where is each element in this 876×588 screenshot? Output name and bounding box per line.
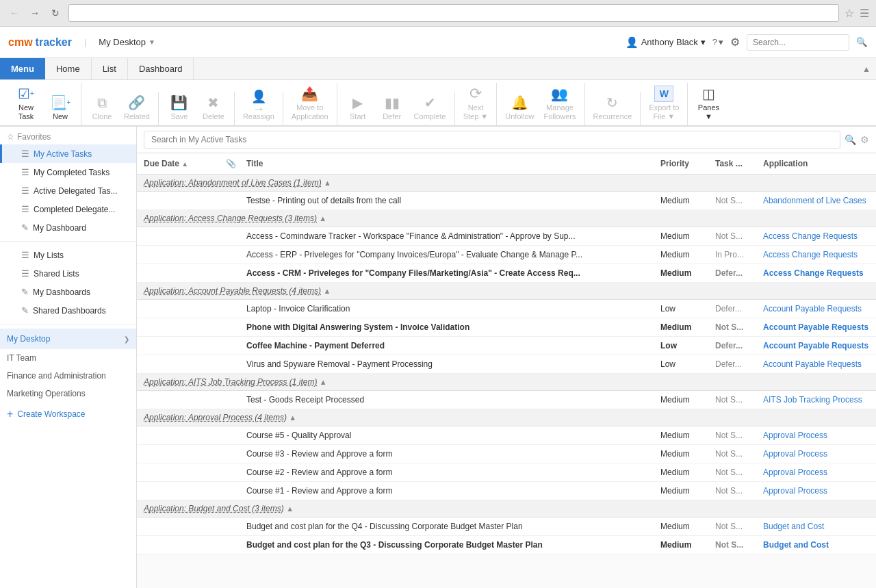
table-row[interactable]: Test - Goods Receipt Processed Medium No… bbox=[137, 391, 876, 409]
workspace-selector[interactable]: My Desktop ▼ bbox=[99, 37, 155, 47]
task-title[interactable]: Access - ERP - Priveleges for "Company I… bbox=[240, 246, 654, 264]
task-application[interactable]: Approval Process bbox=[756, 463, 876, 482]
sidebar-item-shared-dashboards[interactable]: ✎ Shared Dashboards bbox=[0, 301, 136, 320]
bookmark-star-button[interactable]: ☆ bbox=[845, 7, 854, 20]
table-row[interactable]: Access - CRM - Priveleges for "Company F… bbox=[137, 264, 876, 283]
workspace-my-desktop[interactable]: My Desktop ❯ bbox=[0, 329, 136, 349]
sidebar-item-my-dashboard[interactable]: ✎ My Dashboard bbox=[0, 218, 136, 237]
task-application[interactable]: Access Change Requests bbox=[756, 227, 876, 246]
group-collapse-button[interactable]: ▲ bbox=[323, 287, 331, 295]
header-search-input[interactable] bbox=[747, 34, 849, 51]
app-link[interactable]: Account Payable Requests bbox=[763, 322, 868, 332]
workspace-marketing-ops[interactable]: Marketing Operations bbox=[0, 385, 136, 402]
recurrence-button[interactable]: ↻ Recurrence bbox=[589, 92, 636, 125]
export-to-file-button[interactable]: W Export toFile ▼ bbox=[645, 83, 683, 125]
task-application[interactable]: Access Change Requests bbox=[756, 264, 876, 283]
col-application[interactable]: Application bbox=[756, 153, 876, 175]
task-title[interactable]: Budget and cost plan for the Q3 - Discus… bbox=[240, 536, 654, 554]
table-row[interactable]: Access - ERP - Priveleges for "Company I… bbox=[137, 246, 876, 264]
sidebar-item-active-delegated[interactable]: ☰ Active Delegated Tas... bbox=[0, 181, 136, 200]
table-row[interactable]: Budget and cost plan for the Q4 - Discus… bbox=[137, 517, 876, 536]
unfollow-button[interactable]: 🔔 Unfollow bbox=[501, 92, 538, 125]
app-link[interactable]: Approval Process bbox=[763, 468, 827, 477]
delete-button[interactable]: ✖ Delete bbox=[197, 92, 230, 125]
task-title[interactable]: Laptop - Invoice Clarification bbox=[240, 300, 654, 318]
task-application[interactable]: Access Change Requests bbox=[756, 246, 876, 264]
defer-button[interactable]: ▮▮ Defer bbox=[376, 92, 409, 125]
task-title[interactable]: Test - Goods Receipt Processed bbox=[240, 391, 654, 409]
task-title[interactable]: Virus and Spyware Removal - Payment Proc… bbox=[240, 355, 654, 374]
complete-button[interactable]: ✔ Complete bbox=[410, 92, 450, 125]
group-collapse-button[interactable]: ▲ bbox=[319, 214, 326, 222]
app-link[interactable]: Account Payable Requests bbox=[763, 304, 862, 314]
task-application[interactable]: Budget and Cost bbox=[756, 536, 876, 554]
header-search-button[interactable]: 🔍 bbox=[856, 37, 868, 47]
sidebar-item-my-lists[interactable]: ☰ My Lists bbox=[0, 246, 136, 264]
task-title[interactable]: Course #1 - Review and Approve a form bbox=[240, 482, 654, 500]
task-application[interactable]: AITS Job Tracking Process bbox=[756, 391, 876, 409]
group-collapse-button[interactable]: ▲ bbox=[320, 378, 327, 386]
group-collapse-button[interactable]: ▲ bbox=[324, 179, 331, 187]
sidebar-item-my-dashboards[interactable]: ✎ My Dashboards bbox=[0, 283, 136, 301]
related-button[interactable]: 🔗 Related bbox=[120, 92, 154, 125]
tabs-collapse-button[interactable]: ▲ bbox=[857, 62, 876, 77]
home-tab[interactable]: Home bbox=[45, 58, 92, 79]
save-button[interactable]: 💾 Save bbox=[163, 92, 196, 125]
table-row[interactable]: Course #5 - Quality Approval Medium Not … bbox=[137, 426, 876, 445]
app-link[interactable]: Budget and Cost bbox=[763, 522, 824, 531]
task-application[interactable]: Account Payable Requests bbox=[756, 300, 876, 318]
table-row[interactable]: Course #2 - Review and Approve a form Me… bbox=[137, 463, 876, 482]
table-row[interactable]: Budget and cost plan for the Q3 - Discus… bbox=[137, 536, 876, 554]
task-title[interactable]: Testse - Printing out of details from th… bbox=[240, 192, 654, 210]
create-workspace-button[interactable]: + Create Workspace bbox=[0, 402, 136, 426]
table-row[interactable]: Laptop - Invoice Clarification Low Defer… bbox=[137, 300, 876, 318]
sidebar-item-shared-lists[interactable]: ☰ Shared Lists bbox=[0, 264, 136, 283]
app-link[interactable]: Approval Process bbox=[763, 486, 827, 496]
app-link[interactable]: Approval Process bbox=[763, 449, 827, 459]
settings-button[interactable]: ⚙ bbox=[730, 36, 740, 49]
task-title[interactable]: Course #2 - Review and Approve a form bbox=[240, 463, 654, 482]
clone-button[interactable]: ⧉ Clone bbox=[86, 92, 118, 125]
task-application[interactable]: Account Payable Requests bbox=[756, 355, 876, 374]
app-link[interactable]: Account Payable Requests bbox=[763, 359, 862, 369]
task-title[interactable]: Budget and cost plan for the Q4 - Discus… bbox=[240, 517, 654, 536]
task-title[interactable]: Course #5 - Quality Approval bbox=[240, 426, 654, 445]
table-row[interactable]: Access - Comindware Tracker - Workspace … bbox=[137, 227, 876, 246]
reassign-button[interactable]: 👤→ Reassign bbox=[239, 92, 279, 125]
app-link[interactable]: Access Change Requests bbox=[763, 268, 864, 278]
forward-button[interactable]: → bbox=[27, 5, 42, 21]
user-menu-button[interactable]: 👤 Anthony Black ▾ bbox=[626, 36, 706, 49]
task-application[interactable]: Abandonment of Live Cases bbox=[756, 192, 876, 210]
sidebar-item-my-active-tasks[interactable]: ☰ My Active Tasks bbox=[0, 144, 136, 163]
table-row[interactable]: Virus and Spyware Removal - Payment Proc… bbox=[137, 355, 876, 374]
col-priority[interactable]: Priority bbox=[654, 153, 708, 175]
task-title[interactable]: Access - CRM - Priveleges for "Company F… bbox=[240, 264, 654, 283]
app-link[interactable]: Approval Process bbox=[763, 431, 827, 440]
new-task-button[interactable]: ☑+ NewTask bbox=[10, 83, 42, 125]
task-application[interactable]: Approval Process bbox=[756, 445, 876, 463]
next-step-button[interactable]: ⟳ NextStep ▼ bbox=[459, 83, 493, 125]
content-search-button[interactable]: 🔍 bbox=[845, 134, 856, 145]
task-application[interactable]: Account Payable Requests bbox=[756, 337, 876, 355]
dashboard-tab[interactable]: Dashboard bbox=[128, 58, 194, 79]
app-link[interactable]: Abandonment of Live Cases bbox=[763, 196, 866, 205]
table-row[interactable]: Course #3 - Review and Approve a form Me… bbox=[137, 445, 876, 463]
workspace-it-team[interactable]: IT Team bbox=[0, 349, 136, 367]
back-button[interactable]: ← bbox=[7, 5, 22, 21]
move-to-application-button[interactable]: 📤 Move toApplication bbox=[287, 83, 333, 125]
task-application[interactable]: Approval Process bbox=[756, 482, 876, 500]
panes-button[interactable]: ◫ Panes▼ bbox=[692, 83, 725, 125]
start-button[interactable]: ▶ Start bbox=[342, 92, 374, 125]
sidebar-item-my-completed-tasks[interactable]: ☰ My Completed Tasks bbox=[0, 163, 136, 181]
browser-menu-button[interactable]: ☰ bbox=[860, 7, 869, 20]
app-link[interactable]: Access Change Requests bbox=[763, 250, 858, 259]
app-link[interactable]: Account Payable Requests bbox=[763, 341, 868, 350]
task-title[interactable]: Course #3 - Review and Approve a form bbox=[240, 445, 654, 463]
task-application[interactable]: Account Payable Requests bbox=[756, 318, 876, 337]
table-row[interactable]: Testse - Printing out of details from th… bbox=[137, 192, 876, 210]
refresh-button[interactable]: ↻ bbox=[48, 5, 63, 21]
task-title[interactable]: Access - Comindware Tracker - Workspace … bbox=[240, 227, 654, 246]
task-title[interactable]: Phone with Digital Answering System - In… bbox=[240, 318, 654, 337]
sidebar-item-completed-delegate[interactable]: ☰ Completed Delegate... bbox=[0, 200, 136, 218]
content-search-input[interactable] bbox=[144, 131, 840, 149]
